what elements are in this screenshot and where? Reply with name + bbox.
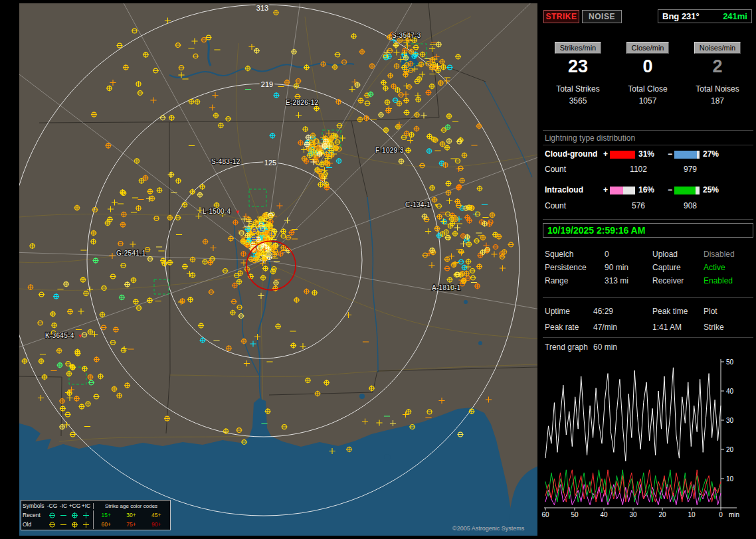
svg-text:S-483-12: S-483-12 bbox=[211, 158, 240, 165]
svg-text:20: 20 bbox=[726, 446, 734, 453]
noise-indicator-button[interactable]: NOISE bbox=[582, 10, 622, 23]
legend-row-recent: Recent15+30+45+ bbox=[23, 510, 169, 520]
receiver-state: Enabled bbox=[704, 276, 733, 285]
squelch-value: 0 bbox=[605, 250, 609, 259]
upload-label: Upload bbox=[652, 250, 678, 259]
svg-text:219: 219 bbox=[261, 80, 273, 88]
peak-rate-label: Peak rate bbox=[545, 323, 579, 332]
cg-plus-bar bbox=[610, 151, 635, 159]
legend-row-old: Old60+75+90+ bbox=[23, 520, 169, 529]
svg-text:40: 40 bbox=[726, 388, 734, 395]
uptime-label: Uptime bbox=[545, 307, 570, 316]
svg-text:30: 30 bbox=[629, 511, 637, 518]
close-per-min-button[interactable]: Close/min bbox=[626, 42, 670, 54]
peak-rate-value: 47/min bbox=[593, 323, 617, 332]
range-value: 313 mi bbox=[605, 276, 628, 285]
ic-plus-count: 576 bbox=[618, 201, 658, 210]
svg-text:313: 313 bbox=[256, 4, 268, 12]
receiver-label: Receiver bbox=[652, 276, 684, 285]
map-legend: Symbols -CG -IC +CG +IC Strike age color… bbox=[21, 500, 171, 530]
persistence-label: Persistence bbox=[545, 263, 587, 272]
cg-plus-pct: 31% bbox=[638, 149, 654, 159]
noises-per-min-value: 2 bbox=[683, 56, 752, 78]
legend-col-neg-ic: -IC bbox=[58, 502, 69, 509]
total-close-value: 1057 bbox=[613, 96, 682, 106]
svg-text:E-2826-12: E-2826-12 bbox=[286, 99, 319, 106]
svg-text:▼: ▼ bbox=[235, 209, 240, 215]
total-strikes-value: 3565 bbox=[543, 96, 613, 106]
ic-minus-pct: 25% bbox=[703, 185, 719, 194]
separator bbox=[543, 219, 753, 220]
cg-plus-count: 1102 bbox=[618, 165, 658, 174]
legend-age-title: Strike age color codes bbox=[93, 503, 169, 509]
svg-text:50: 50 bbox=[571, 511, 579, 518]
cloud-ground-label: Cloud-ground bbox=[545, 149, 597, 159]
ic-minus-bar bbox=[674, 187, 700, 194]
cg-minus-bar bbox=[674, 151, 700, 159]
svg-text:10: 10 bbox=[688, 511, 696, 518]
count-label: Count bbox=[545, 201, 566, 210]
noises-column: Noises/min 2 Total Noises 187 bbox=[683, 41, 752, 106]
plot-label: Plot bbox=[704, 307, 717, 316]
cloud-ground-row: Cloud-ground + 31% − 27% bbox=[540, 149, 756, 160]
total-noises-label: Total Noises bbox=[683, 84, 752, 94]
svg-text:10: 10 bbox=[726, 475, 734, 483]
trend-graph: 10203040506050403020100min bbox=[540, 354, 756, 539]
bearing-value: Bng 231° bbox=[662, 11, 700, 21]
strike-indicator-button[interactable]: STRIKE bbox=[543, 10, 579, 23]
minus-sign: − bbox=[668, 185, 672, 194]
svg-text:60: 60 bbox=[541, 511, 549, 518]
peak-time-label: Peak time bbox=[652, 307, 688, 316]
total-close-label: Total Close bbox=[613, 84, 682, 94]
svg-text:40: 40 bbox=[600, 511, 608, 518]
map-canvas: 313219125 S-3547-3E-2826-12F-1029-3S-483… bbox=[19, 3, 537, 536]
legend-col-pos-ic: +IC bbox=[80, 502, 92, 509]
separator bbox=[543, 297, 753, 298]
distribution-title: Lightning type distribution bbox=[545, 133, 635, 143]
svg-text:30: 30 bbox=[726, 417, 734, 424]
intracloud-label: Intracloud bbox=[545, 185, 583, 194]
cg-minus-count: 979 bbox=[673, 165, 708, 174]
svg-text:A-1810-1: A-1810-1 bbox=[432, 284, 461, 291]
intracloud-row: Intracloud + 16% − 25% bbox=[540, 185, 756, 196]
svg-text:L-1500-4: L-1500-4 bbox=[203, 208, 231, 215]
svg-text:C-134-1: C-134-1 bbox=[405, 201, 430, 208]
strikes-column: Strikes/min 23 Total Strikes 3565 bbox=[543, 41, 613, 106]
ic-plus-bar bbox=[610, 187, 635, 194]
svg-text:50: 50 bbox=[726, 358, 734, 366]
plus-sign: + bbox=[603, 149, 608, 159]
legend-rows: Recent15+30+45+Old60+75+90+ bbox=[23, 510, 169, 529]
trend-window-value: 60 min bbox=[593, 343, 617, 352]
plot-mode-value: Strike bbox=[704, 323, 724, 332]
bearing-range-value: 241mi bbox=[723, 11, 747, 21]
svg-text:K-3645-4: K-3645-4 bbox=[45, 332, 74, 339]
total-strikes-label: Total Strikes bbox=[543, 84, 613, 94]
squelch-label: Squelch bbox=[545, 250, 573, 259]
svg-text:125: 125 bbox=[264, 159, 276, 167]
peak-time-value: 1:41 AM bbox=[652, 323, 682, 332]
svg-text:G-2541-1: G-2541-1 bbox=[116, 250, 146, 257]
plus-sign: + bbox=[603, 185, 608, 194]
svg-text:▼: ▼ bbox=[77, 333, 82, 339]
svg-text:S-3547-3: S-3547-3 bbox=[392, 32, 421, 39]
legend-col-neg-cg: -CG bbox=[47, 502, 58, 509]
legend-symbols-header: Symbols bbox=[23, 502, 47, 509]
svg-text:▼: ▼ bbox=[434, 202, 439, 208]
svg-text:min: min bbox=[729, 511, 739, 518]
noises-per-min-button[interactable]: Noises/min bbox=[694, 42, 741, 54]
capture-state: Active bbox=[704, 263, 725, 272]
status-panel: STRIKE NOISE Bng 231° 241mi Strikes/min … bbox=[540, 0, 756, 539]
lightning-map[interactable]: 313219125 S-3547-3E-2826-12F-1029-3S-483… bbox=[19, 3, 537, 536]
strikes-per-min-button[interactable]: Strikes/min bbox=[555, 42, 601, 54]
ic-plus-pct: 16% bbox=[638, 185, 654, 194]
legend-header-row: Symbols -CG -IC +CG +IC Strike age color… bbox=[23, 501, 169, 510]
close-column: Close/min 0 Total Close 1057 bbox=[613, 41, 682, 106]
uptime-value: 46:29 bbox=[593, 307, 613, 316]
svg-text:F-1029-3: F-1029-3 bbox=[375, 147, 404, 154]
separator bbox=[543, 337, 753, 338]
separator bbox=[543, 145, 753, 145]
cg-minus-pct: 27% bbox=[703, 149, 719, 159]
upload-state: Disabled bbox=[704, 250, 735, 259]
separator bbox=[543, 130, 753, 131]
strikes-per-min-value: 23 bbox=[543, 56, 613, 78]
